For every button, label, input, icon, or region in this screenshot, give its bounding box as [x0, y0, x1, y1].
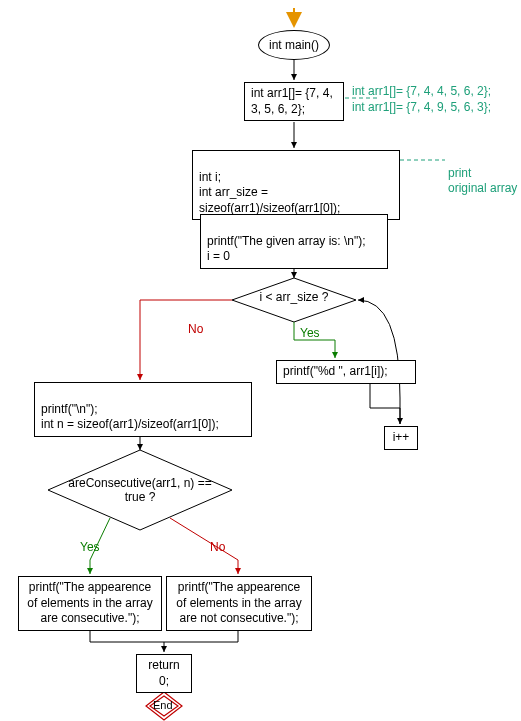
box-consec-yes: printf("The appearence of elements in th…: [18, 576, 162, 631]
start-label: int main(): [269, 38, 319, 52]
box-print-elem: printf("%d ", arr1[i]);: [276, 360, 416, 384]
box-print-elem-text: printf("%d ", arr1[i]);: [283, 364, 388, 378]
comment-arr-alt1: int arr1[]= {7, 4, 4, 5, 6, 2};: [352, 84, 491, 100]
diamond-check-text: areConsecutive(arr1, n) == true ?: [68, 476, 211, 504]
box-arr1: int arr1[]= {7, 4, 3, 5, 6, 2};: [244, 82, 344, 121]
end-label: End: [153, 699, 173, 711]
box-consec-no: printf("The appearence of elements in th…: [166, 576, 312, 631]
check-no-label: No: [210, 540, 225, 554]
box-after-loop-text: printf("\n"); int n = sizeof(arr1)/sizeo…: [41, 402, 219, 432]
box-return-text: return 0;: [148, 658, 179, 688]
box-after-loop: printf("\n"); int n = sizeof(arr1)/sizeo…: [34, 382, 252, 437]
diamond-loop-text: i < arr_size ?: [259, 290, 328, 304]
check-yes-label: Yes: [80, 540, 100, 554]
box-consec-no-text: printf("The appearence of elements in th…: [176, 580, 301, 625]
box-init: int i; int arr_size = sizeof(arr1)/sizeo…: [192, 150, 400, 220]
comment-print-orig: print original array: [448, 150, 517, 197]
loop-yes-label: Yes: [300, 326, 320, 340]
box-init-text: int i; int arr_size = sizeof(arr1)/sizeo…: [199, 170, 340, 215]
comment-arr-alts: int arr1[]= {7, 4, 4, 5, 6, 2}; int arr1…: [352, 84, 491, 115]
box-printf-header-text: printf("The given array is: \n"); i = 0: [207, 234, 366, 264]
box-printf-header: printf("The given array is: \n"); i = 0: [200, 214, 388, 269]
comment-print-text: print original array: [448, 166, 517, 196]
box-return: return 0;: [136, 654, 192, 693]
end-node: End: [153, 699, 173, 711]
box-increment: i++: [384, 426, 418, 450]
box-increment-text: i++: [393, 430, 410, 444]
box-arr1-text: int arr1[]= {7, 4, 3, 5, 6, 2};: [251, 86, 333, 116]
loop-no-label: No: [188, 322, 203, 336]
diamond-loop: i < arr_size ?: [232, 290, 356, 304]
comment-arr-alt2: int arr1[]= {7, 4, 9, 5, 6, 3};: [352, 100, 491, 116]
start-node: int main(): [258, 30, 330, 60]
diamond-check: areConsecutive(arr1, n) == true ?: [62, 476, 218, 504]
box-consec-yes-text: printf("The appearence of elements in th…: [27, 580, 152, 625]
